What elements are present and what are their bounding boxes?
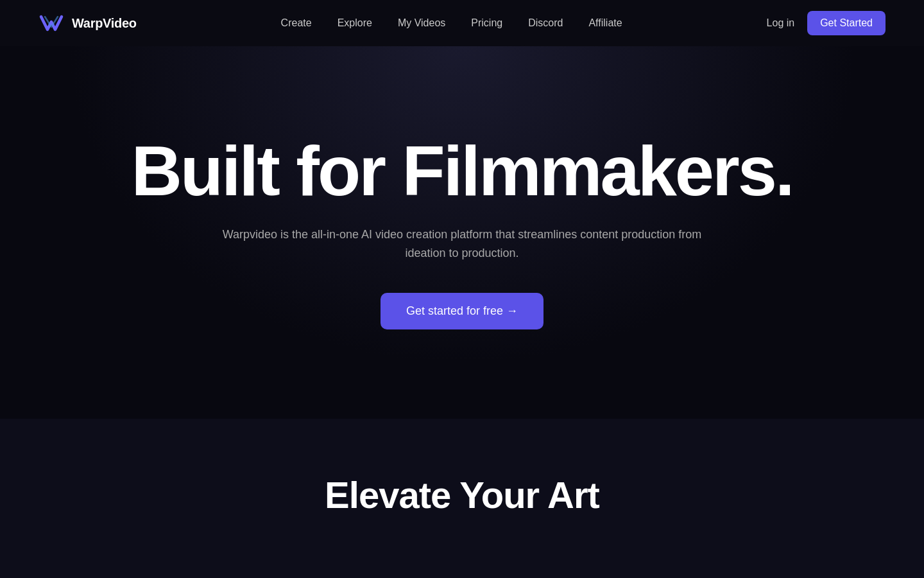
bottom-title: Elevate Your Art bbox=[325, 473, 599, 516]
navbar-actions: Log in Get Started bbox=[767, 11, 886, 35]
navbar-logo-group: WarpVideo bbox=[38, 13, 137, 33]
nav-item-create[interactable]: Create bbox=[281, 17, 312, 29]
navbar-nav: Create Explore My Videos Pricing Discord… bbox=[281, 17, 622, 29]
get-started-button[interactable]: Get Started bbox=[807, 11, 886, 35]
bottom-section: Elevate Your Art bbox=[0, 419, 924, 578]
hero-cta-button[interactable]: Get started for free → bbox=[381, 293, 543, 329]
hero-title: Built for Filmmakers. bbox=[131, 136, 792, 206]
login-link[interactable]: Log in bbox=[767, 17, 795, 29]
nav-item-pricing[interactable]: Pricing bbox=[471, 17, 502, 29]
hero-subtitle: Warpvideo is the all-in-one AI video cre… bbox=[212, 225, 712, 263]
nav-item-affiliate[interactable]: Affiliate bbox=[588, 17, 622, 29]
hero-section: Built for Filmmakers. Warpvideo is the a… bbox=[0, 46, 924, 419]
nav-item-my-videos[interactable]: My Videos bbox=[398, 17, 445, 29]
nav-item-discord[interactable]: Discord bbox=[528, 17, 563, 29]
logo-text: WarpVideo bbox=[72, 16, 137, 31]
navbar: WarpVideo Create Explore My Videos Prici… bbox=[0, 0, 924, 46]
nav-item-explore[interactable]: Explore bbox=[338, 17, 372, 29]
warpvideo-logo-icon bbox=[38, 13, 64, 33]
